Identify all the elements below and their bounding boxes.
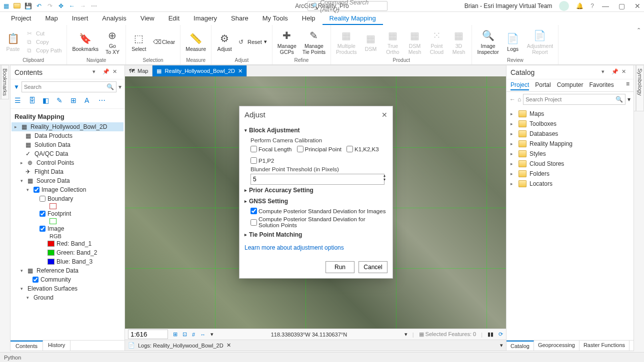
list-by-snap-icon[interactable]: ⊞ — [70, 96, 80, 106]
blunder-threshold-input[interactable] — [250, 174, 384, 185]
close-logs-icon[interactable]: ✕ — [226, 342, 231, 349]
menu-tab-insert[interactable]: Insert — [65, 12, 96, 25]
measure-button[interactable]: 📏Measure — [184, 30, 208, 53]
notifications-icon[interactable]: 🔔 — [576, 2, 584, 9]
dock-tab-locate[interactable]: Locate — [0, 65, 1, 99]
catalog-item-toolboxes[interactable]: ▸Toolboxes — [508, 119, 632, 129]
opt-p12[interactable]: P1,P2 — [250, 157, 274, 164]
map-tab-map[interactable]: 🗺Map — [125, 65, 152, 76]
tab-history[interactable]: History — [43, 341, 70, 351]
chk-community[interactable] — [32, 277, 38, 283]
new-project-icon[interactable]: ▦ — [2, 2, 10, 10]
tree-elevation[interactable]: ▾Elevation Surfaces — [12, 284, 124, 293]
catalog-item-databases[interactable]: ▸Databases — [508, 129, 632, 139]
cancel-button[interactable]: Cancel — [358, 261, 388, 273]
tree-boundary[interactable]: Boundary — [12, 194, 124, 203]
opt-compute-images[interactable]: Compute Posterior Standard Deviation for… — [250, 208, 386, 214]
redo-icon[interactable]: ↷ — [46, 2, 54, 10]
tree-flight-data[interactable]: ✈Flight Data — [12, 167, 124, 176]
panel-pin-icon[interactable]: 📌 — [612, 68, 620, 76]
tree-qaqc[interactable]: ✓QA/QC Data — [12, 149, 124, 158]
menu-tab-share[interactable]: Share — [224, 12, 256, 25]
cut-button[interactable]: ✂Cut — [25, 29, 64, 37]
dynamic-icon[interactable]: ↔ — [200, 332, 206, 338]
catalog-tab-project[interactable]: Project — [510, 80, 529, 90]
qat-more-icon[interactable]: ⋯ — [90, 2, 98, 10]
bookmarks-button[interactable]: 🔖Bookmarks — [70, 30, 100, 53]
list-by-edit-icon[interactable]: ✎ — [56, 96, 66, 106]
chk-image-collection[interactable] — [34, 187, 40, 193]
copy-path-button[interactable]: ⧉Copy Path — [25, 46, 64, 54]
catalog-item-folders[interactable]: ▸Folders — [508, 169, 632, 179]
refresh-icon[interactable]: ⟳ — [498, 331, 503, 338]
list-by-label-icon[interactable]: A — [84, 96, 94, 106]
explore-icon[interactable]: ✥ — [57, 2, 65, 10]
more-icon[interactable]: ⋯ — [98, 96, 108, 106]
catalog-search-input[interactable] — [526, 96, 616, 102]
close-tab-icon[interactable]: ✕ — [238, 68, 242, 74]
dialog-close-icon[interactable]: ✕ — [382, 111, 388, 119]
filter-icon[interactable]: ▼ — [14, 83, 20, 90]
python-button[interactable]: Python — [4, 355, 21, 361]
point-cloud-button[interactable]: ⁙Point Cloud — [426, 27, 446, 56]
catalog-tab-computer[interactable]: Computer — [557, 80, 584, 90]
chk-footprint[interactable] — [40, 211, 46, 217]
panel-pin-icon[interactable]: 📌 — [102, 68, 110, 76]
catalog-item-maps[interactable]: ▸Maps — [508, 109, 632, 119]
chevron-down-icon[interactable]: ▾ — [210, 331, 214, 338]
copy-button[interactable]: ⧉Copy — [25, 38, 64, 46]
chk-image[interactable] — [40, 226, 46, 232]
tree-footprint[interactable]: Footprint — [12, 209, 124, 218]
logs-menu-icon[interactable]: ▾ — [500, 342, 503, 349]
catalog-tab-portal[interactable]: Portal — [535, 80, 550, 90]
menu-tab-help[interactable]: Help — [295, 12, 322, 25]
section-prior-accuracy[interactable]: ▸Prior Accuracy Setting — [244, 185, 388, 196]
user-avatar[interactable] — [559, 1, 569, 11]
dock-tab-symbology[interactable]: Symbology — [636, 65, 644, 111]
btab-catalog[interactable]: Catalog — [506, 341, 534, 351]
coord-format-icon[interactable]: ▾ — [404, 331, 408, 338]
tree-community[interactable]: Community — [12, 275, 124, 284]
section-block-adjustment[interactable]: ▾Block Adjustment — [244, 125, 388, 136]
back-icon[interactable]: ← — [510, 96, 516, 103]
manage-gcps-button[interactable]: ✚Manage GCPs — [276, 27, 298, 56]
close-button[interactable]: ✕ — [633, 1, 642, 10]
menu-tab-edit[interactable]: Edit — [162, 12, 186, 25]
tree-data-products[interactable]: ▦Data Products — [12, 131, 124, 140]
constraint-icon[interactable]: ⊞ — [173, 331, 178, 338]
menu-tab-view[interactable]: View — [134, 12, 162, 25]
manage-tie-points-button[interactable]: ✎Manage Tie Points — [300, 27, 328, 56]
tab-contents[interactable]: Contents — [10, 341, 43, 351]
chevron-down-icon[interactable]: ▾ — [628, 96, 630, 103]
panel-menu-icon[interactable]: ▾ — [92, 68, 100, 76]
adjustment-report-button[interactable]: 📄Adjustment Report — [525, 27, 556, 56]
image-inspector-button[interactable]: 🔍Image Inspector — [475, 27, 500, 56]
help-icon[interactable]: ? — [590, 2, 594, 9]
goto-xy-button[interactable]: ⊕Go To XY — [102, 27, 122, 56]
logs-button[interactable]: 📄Logs — [503, 30, 523, 53]
tree-solution-data[interactable]: ▦Solution Data — [12, 140, 124, 149]
maximize-button[interactable]: ▢ — [617, 1, 626, 10]
menu-tab-reality-mapping[interactable]: Reality Mapping — [322, 12, 383, 25]
back-icon[interactable]: ← — [68, 2, 76, 10]
dock-tab-bookmarks[interactable]: Bookmarks — [1, 65, 9, 99]
list-by-source-icon[interactable]: 🗄 — [28, 96, 38, 106]
contents-search[interactable]: 🔍 — [22, 81, 116, 92]
panel-menu-icon[interactable]: ▾ — [602, 68, 610, 76]
chk-boundary[interactable] — [40, 196, 46, 202]
chevron-down-icon[interactable]: ▾ — [118, 83, 122, 90]
3d-mesh-button[interactable]: ▦3D Mesh — [448, 27, 468, 56]
tree-ground[interactable]: ▾Ground — [12, 293, 124, 302]
paste-button[interactable]: 📋Paste — [3, 30, 23, 53]
grid-icon[interactable]: # — [192, 332, 195, 338]
catalog-item-cloud-stores[interactable]: ▸Cloud Stores — [508, 159, 632, 169]
tree-source-data[interactable]: ▾▦Source Data — [12, 176, 124, 185]
btab-geoprocessing[interactable]: Geoprocessing — [534, 341, 580, 351]
run-button[interactable]: Run — [326, 261, 354, 273]
list-by-drawing-icon[interactable]: ☰ — [14, 96, 24, 106]
opt-compute-solution[interactable]: Compute Posterior Standard Deviation for… — [250, 216, 388, 228]
command-search[interactable]: 🔍 Command Search (Alt+Q) — [308, 1, 388, 11]
opt-focal-length[interactable]: Focal Length — [250, 146, 292, 152]
catalog-tab-favorites[interactable]: Favorites — [589, 80, 614, 90]
map-tab-reality[interactable]: ▦Reality_Hollywood_Bowl_2D✕ — [152, 65, 247, 76]
